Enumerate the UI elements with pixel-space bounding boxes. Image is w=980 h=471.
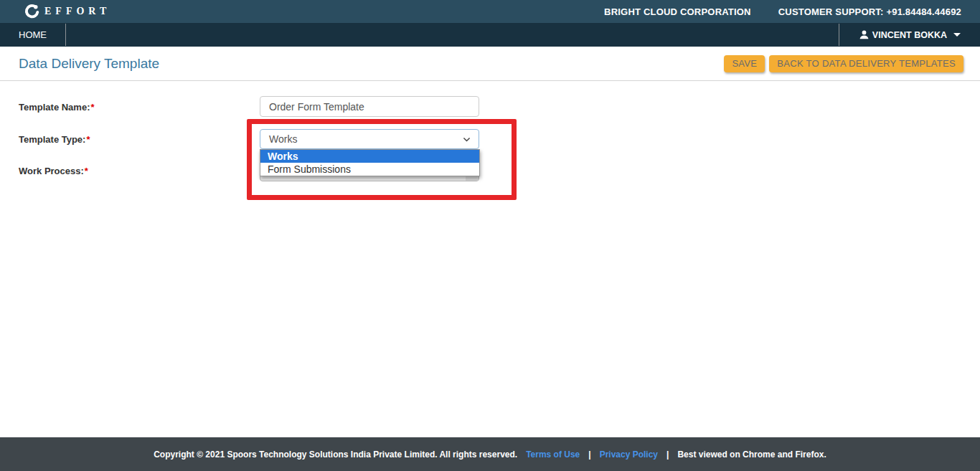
template-type-label: Template Type:* (19, 134, 90, 145)
copyright-text: Copyright © 2021 Spoors Technology Solut… (154, 449, 517, 460)
template-name-label: Template Name:* (19, 102, 95, 113)
template-type-options-list: Works Form Submissions (260, 149, 480, 176)
template-name-input[interactable] (260, 96, 479, 117)
option-works[interactable]: Works (260, 150, 479, 163)
topbar-right: BRIGHT CLOUD CORPORATION CUSTOMER SUPPOR… (604, 6, 961, 17)
required-asterisk: * (90, 102, 94, 113)
brand-name: EFFORT (44, 6, 110, 17)
caret-down-icon (953, 33, 961, 37)
nav-divider (65, 24, 66, 46)
footer: Copyright © 2021 Spoors Technology Solut… (0, 437, 980, 471)
work-process-label-text: Work Process: (19, 166, 84, 176)
person-icon (859, 29, 870, 40)
user-name: VINCENT BOKKA (872, 30, 947, 40)
template-type-label-text: Template Type: (19, 134, 85, 145)
brand-logo[interactable]: EFFORT (24, 4, 110, 19)
terms-link[interactable]: Terms of Use (526, 449, 580, 460)
page-header: Data Delivery Template SAVE BACK TO DATA… (0, 47, 980, 81)
nav-left: HOME (0, 23, 66, 47)
required-asterisk: * (85, 166, 88, 176)
page-title: Data Delivery Template (19, 56, 159, 72)
page: { "header": { "brand": "EFFORT", "compan… (0, 0, 980, 471)
save-button[interactable]: SAVE (724, 55, 765, 72)
user-menu[interactable]: VINCENT BOKKA (839, 23, 980, 47)
template-name-label-text: Template Name: (19, 102, 90, 113)
effort-logo-icon (24, 4, 40, 19)
form-area: Template Name:* Template Type:* Works Wo… (0, 81, 980, 437)
required-asterisk: * (86, 134, 90, 145)
footer-separator: | (666, 449, 669, 460)
chevron-down-icon (462, 135, 471, 144)
top-header: EFFORT BRIGHT CLOUD CORPORATION CUSTOMER… (0, 0, 980, 23)
company-name: BRIGHT CLOUD CORPORATION (604, 6, 751, 17)
nav-right: VINCENT BOKKA (839, 23, 980, 47)
footer-separator: | (588, 449, 590, 460)
template-type-selected-value: Works (269, 133, 297, 145)
main-nav: HOME VINCENT BOKKA (0, 23, 980, 47)
customer-support: CUSTOMER SUPPORT: +91.84484.44692 (778, 6, 961, 17)
template-type-select[interactable]: Works (260, 129, 479, 149)
nav-home[interactable]: HOME (0, 23, 65, 47)
privacy-link[interactable]: Privacy Policy (600, 449, 658, 460)
option-form-submissions[interactable]: Form Submissions (260, 163, 479, 176)
best-viewed-text: Best viewed on Chrome and Firefox. (677, 449, 826, 460)
back-button[interactable]: BACK TO DATA DELIVERY TEMPLATES (769, 55, 963, 72)
work-process-label: Work Process:* (19, 166, 88, 176)
header-actions: SAVE BACK TO DATA DELIVERY TEMPLATES (724, 55, 963, 72)
